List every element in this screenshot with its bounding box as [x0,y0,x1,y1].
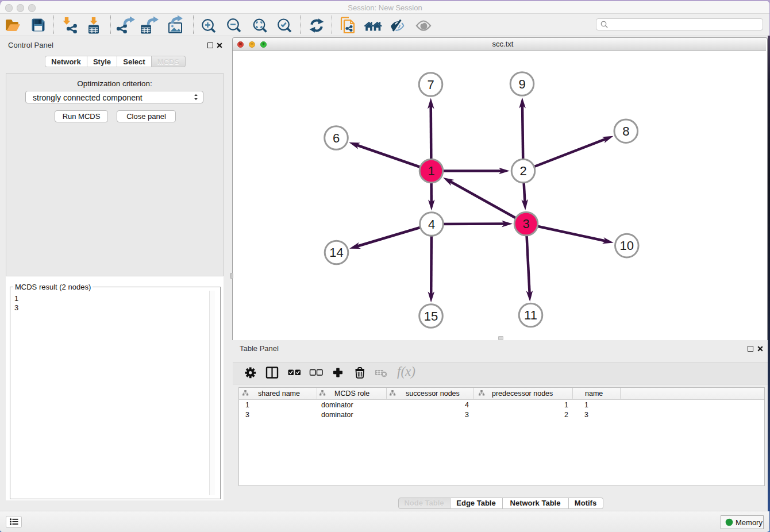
svg-text:f(x): f(x) [397,364,415,379]
